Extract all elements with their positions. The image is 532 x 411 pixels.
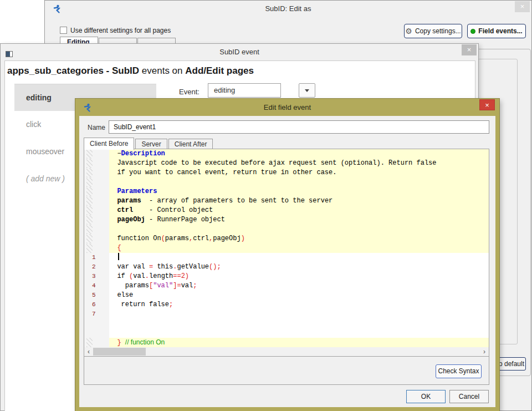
editor-row[interactable]: 7 — [84, 309, 489, 319]
code-line: var val = this.getValue(); — [109, 262, 489, 272]
tab-client-before[interactable]: Client Before — [84, 138, 134, 150]
editor-row[interactable] — [84, 177, 489, 187]
code-token: . — [145, 272, 149, 280]
line-number: 1 — [84, 253, 109, 262]
code-line: function On(params,ctrl,pageObj) — [109, 234, 489, 243]
code-line: return false; — [109, 300, 489, 309]
editor-row[interactable]: Parameters — [84, 187, 489, 196]
ok-button[interactable]: OK — [406, 390, 446, 403]
horizontal-scrollbar[interactable]: ‹ › — [84, 347, 489, 357]
editor-row[interactable]: 6 return false; — [84, 300, 489, 309]
code-token: params — [117, 197, 141, 205]
code-token: Javascript code to be executed before aj… — [117, 159, 436, 167]
code-token: ]= — [173, 282, 181, 290]
code-token: ctrl — [117, 206, 133, 214]
editor-row[interactable]: pageObj - RunnerPage object — [84, 215, 489, 225]
code-token: "val" — [153, 282, 173, 290]
cancel-label: Cancel — [459, 393, 479, 400]
edit-as-close-button[interactable]: × — [515, 1, 530, 12]
editor-row[interactable]: params - array of parameters to be sent … — [84, 196, 489, 206]
code-line: pageObj - RunnerPage object — [109, 215, 489, 225]
code-line: params["val"]=val; — [109, 281, 489, 291]
line-number — [84, 225, 109, 234]
editor-row[interactable]: −Description — [84, 149, 489, 159]
edit-as-title: SubID: Edit as — [45, 4, 531, 13]
editor-row[interactable] — [84, 319, 489, 328]
gear-icon: ⚙ — [405, 27, 412, 35]
code-token: ==2) — [173, 272, 189, 280]
code-token: length — [149, 272, 173, 280]
code-token: { — [117, 244, 121, 252]
editor-row[interactable]: { — [84, 243, 489, 253]
code-token: - RunnerPage object — [145, 216, 225, 224]
code-token: else — [117, 291, 133, 299]
code-line: if you want to cancel event, return true… — [109, 168, 489, 177]
subid-event-close-button[interactable]: × — [462, 44, 477, 55]
editor-row[interactable]: 3 if (val.length==2) — [84, 272, 489, 281]
heading-middle: events on — [139, 65, 185, 76]
cancel-button[interactable]: Cancel — [449, 390, 489, 403]
chevron-down-icon — [305, 89, 309, 92]
scroll-left-icon[interactable]: ‹ — [84, 347, 93, 356]
editor-row[interactable] — [84, 328, 489, 338]
code-token: // function On — [125, 338, 165, 346]
line-number: 5 — [84, 291, 109, 300]
line-number — [84, 215, 109, 225]
scroll-right-icon[interactable]: › — [480, 347, 489, 356]
editor-row[interactable]: 1 — [84, 253, 489, 262]
edit-field-event-close-button[interactable]: × — [479, 99, 495, 110]
code-token: pageObj — [213, 235, 241, 242]
line-number — [84, 206, 109, 215]
code-token: val — [181, 282, 193, 290]
event-label: Event: — [179, 88, 200, 96]
line-number: 3 — [84, 272, 109, 281]
code-line: Javascript code to be executed before aj… — [109, 159, 489, 168]
window-edit-field-event: Edit field event × Name Client BeforeSer… — [75, 99, 499, 411]
line-number — [84, 177, 109, 187]
copy-settings-button[interactable]: ⚙ Copy settings... — [404, 24, 462, 38]
editor-row[interactable]: function On(params,ctrl,pageObj) — [84, 234, 489, 243]
reset-to-default-button[interactable]: o default — [497, 357, 526, 371]
code-token: pageObj — [117, 216, 145, 224]
code-token: Parameters — [117, 187, 157, 195]
code-token: params — [117, 282, 149, 290]
editor-row[interactable]: 4 params["val"]=val; — [84, 281, 489, 291]
code-editor-panel: −Description Javascript code to be execu… — [84, 149, 489, 385]
editor-row[interactable]: 5 else — [84, 291, 489, 300]
green-dot-icon — [470, 29, 475, 34]
edit-field-event-titlebar: Edit field event × — [75, 99, 499, 116]
tab-server[interactable]: Server — [135, 139, 167, 149]
line-number — [84, 159, 109, 168]
scrollbar-track[interactable] — [93, 347, 480, 356]
line-number: 7 — [84, 309, 109, 319]
tab-client-after[interactable]: Client After — [168, 139, 213, 149]
editor-row[interactable] — [84, 225, 489, 234]
event-select-dropdown-button[interactable] — [299, 83, 315, 98]
editor-row[interactable]: } // function On — [84, 338, 489, 347]
check-syntax-button[interactable]: Check Syntax — [436, 364, 482, 378]
editor-row[interactable]: 2 var val = this.getValue(); — [84, 262, 489, 272]
scrollbar-thumb[interactable] — [93, 348, 146, 356]
editor-row[interactable]: ctrl - Control object — [84, 206, 489, 215]
editor-row[interactable]: if you want to cancel event, return true… — [84, 168, 489, 177]
heading-table-name: apps_sub_categories - SubID — [7, 65, 139, 76]
line-number: 6 — [84, 300, 109, 309]
screen: SubID: Edit as × Use different settings … — [0, 0, 532, 411]
code-token: params — [165, 235, 189, 242]
code-token: (); — [209, 263, 221, 271]
code-token: var val — [117, 263, 149, 271]
subid-event-title: SubID event — [1, 48, 478, 56]
name-input[interactable] — [109, 120, 489, 134]
code-token: ctrl — [193, 235, 209, 242]
line-number — [84, 234, 109, 243]
use-different-settings-checkbox[interactable] — [60, 27, 67, 34]
code-token: − — [117, 150, 121, 158]
editor-rows[interactable]: −Description Javascript code to be execu… — [84, 149, 489, 347]
code-token: val — [133, 272, 145, 280]
edit-as-titlebar: SubID: Edit as × — [45, 1, 531, 17]
dialog-tabs: Client BeforeServerClient After — [84, 137, 214, 149]
line-number: 4 — [84, 281, 109, 291]
event-select[interactable]: editing — [208, 83, 281, 98]
field-events-button[interactable]: Field events... — [467, 24, 526, 38]
editor-row[interactable]: Javascript code to be executed before aj… — [84, 159, 489, 168]
